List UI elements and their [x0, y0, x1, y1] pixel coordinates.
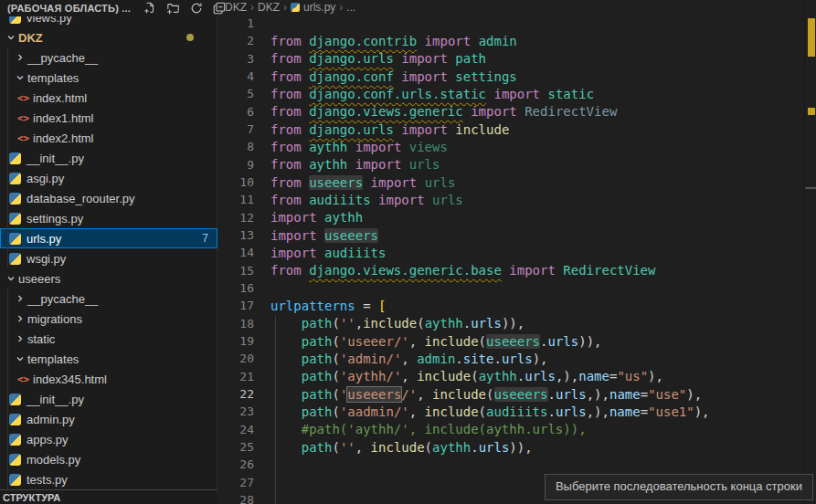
line-number: 8: [219, 140, 254, 153]
code-line[interactable]: 6from django.views.generic import Redire…: [219, 103, 816, 121]
code-line[interactable]: 22 path('useeers/', include(useeers.urls…: [219, 385, 816, 403]
tree-item-migrations[interactable]: migrations: [0, 309, 217, 329]
tree-item-__pycache__[interactable]: __pycache__: [0, 289, 217, 309]
tree-item-index1.html[interactable]: <>index1.html: [0, 108, 217, 128]
editor-pane[interactable]: DKZ›DKZ›urls.py›... 12from django.contri…: [219, 0, 816, 504]
html-file-icon: <>: [17, 112, 33, 124]
code-line[interactable]: 24 #path('aythh/', include(aythh.urls)),: [219, 421, 816, 438]
python-file-icon: [9, 474, 21, 486]
breadcrumb-item[interactable]: DKZ: [225, 1, 247, 14]
code-text: #path('aythh/', include(aythh.urls)),: [270, 422, 587, 436]
tree-item-useeers[interactable]: useeers: [0, 268, 217, 289]
line-number: 11: [219, 193, 254, 206]
line-number: 26: [219, 457, 254, 471]
chevron-down-icon[interactable]: [13, 70, 27, 85]
tree-item-settings.py[interactable]: settings.py: [0, 208, 217, 228]
tree-item-models.py[interactable]: models.py: [0, 449, 217, 469]
code-line[interactable]: 23 path('aadmin/', include(audiiits.urls…: [219, 403, 816, 420]
code-text: path('admin/', admin.site.urls),: [270, 352, 548, 366]
chevron-down-icon[interactable]: [13, 352, 27, 366]
tree-item-index.html[interactable]: <>index.html: [0, 88, 217, 108]
breadcrumb-separator-icon: ›: [250, 1, 254, 14]
tree-item-static[interactable]: static: [0, 329, 217, 349]
new-file-icon[interactable]: [143, 2, 156, 15]
code-text: from django.conf import settings: [270, 69, 517, 84]
code-area[interactable]: 12from django.contrib import admin3from …: [219, 15, 816, 504]
code-line[interactable]: 1: [219, 15, 816, 32]
code-line[interactable]: 7from django.urls import include: [219, 121, 816, 138]
tree-item-templates[interactable]: templates: [0, 349, 217, 369]
tree-item-index345.html[interactable]: <>index345.html: [0, 369, 217, 389]
tree-item-DKZ[interactable]: DKZ: [0, 27, 217, 47]
tree-item-templates[interactable]: templates: [0, 68, 217, 88]
collapse-all-icon[interactable]: [213, 2, 226, 15]
code-line[interactable]: 16: [219, 279, 816, 297]
code-line[interactable]: 26: [219, 456, 816, 473]
statusbar-tooltip: Выберите последовательность конца строки: [545, 474, 813, 500]
chevron-right-icon[interactable]: [13, 50, 27, 65]
chevron-right-icon[interactable]: [13, 331, 27, 346]
chevron-right-icon[interactable]: [13, 291, 27, 306]
tree-item-__init__.py[interactable]: __init__.py: [0, 389, 217, 409]
code-line[interactable]: 25 path('', include(aythh.urls)),: [219, 438, 816, 456]
code-line[interactable]: 3from django.urls import path: [219, 50, 816, 68]
code-line[interactable]: 19 path('useeer/', include(useeers.urls)…: [219, 332, 816, 350]
tree-item-database_roouter.py[interactable]: database_roouter.py: [0, 188, 217, 208]
code-text: from audiiits import urls: [270, 193, 463, 207]
tree-item-label: __pycache__: [27, 292, 98, 306]
refresh-icon[interactable]: [190, 2, 203, 15]
code-line[interactable]: 20 path('admin/', admin.site.urls),: [219, 350, 816, 367]
breadcrumb-item[interactable]: urls.py: [303, 1, 335, 14]
tree-item-__init__.py[interactable]: __init__.py: [0, 148, 217, 168]
tree-item-wsgi.py[interactable]: wsgi.py: [0, 248, 217, 268]
code-line[interactable]: 10from useeers import urls: [219, 173, 816, 191]
code-line[interactable]: 4from django.conf import settings: [219, 68, 816, 85]
python-file-icon: [9, 233, 21, 245]
code-line[interactable]: 12import aythh: [219, 209, 816, 226]
tree-item-label: tests.py: [26, 473, 68, 487]
tree-item-index2.html[interactable]: <>index2.html: [0, 128, 217, 148]
code-line[interactable]: 15from django.views.generic.base import …: [219, 262, 816, 279]
breadcrumb-separator-icon: ›: [283, 1, 287, 14]
tree-item-urls.py[interactable]: urls.py7: [0, 228, 217, 248]
line-number: 17: [219, 299, 254, 312]
breadcrumb-item[interactable]: ...: [346, 1, 355, 14]
code-line[interactable]: 9from aythh import urls: [219, 156, 816, 173]
code-line[interactable]: 11from audiiits import urls: [219, 191, 816, 208]
overview-ruler[interactable]: [804, 0, 816, 504]
code-indent-guide: [275, 316, 276, 504]
tree-item-label: templates: [27, 71, 79, 85]
tree-item-label: settings.py: [26, 212, 83, 226]
line-number: 15: [219, 264, 254, 278]
chevron-down-icon[interactable]: [4, 271, 18, 286]
code-line[interactable]: 21 path('aythh/', include(aythh.urls,),n…: [219, 368, 816, 385]
code-line[interactable]: 13import useeers: [219, 226, 816, 244]
line-number: 18: [219, 317, 254, 331]
code-line[interactable]: 8from aythh import views: [219, 138, 816, 155]
tree-item-label: index.html: [33, 91, 87, 105]
code-line[interactable]: 14import audiiits: [219, 244, 816, 261]
code-text: from django.conf.urls.static import stat…: [270, 87, 594, 101]
code-line[interactable]: 18 path('',include(aythh.urls)),: [219, 315, 816, 332]
tree-item-__pycache__[interactable]: __pycache__: [0, 47, 217, 68]
tree-item-asgi.py[interactable]: asgi.py: [0, 168, 217, 188]
tree-item-label: migrations: [27, 312, 82, 326]
tree-item-label: static: [27, 332, 55, 346]
code-line[interactable]: 5from django.conf.urls.static import sta…: [219, 85, 816, 102]
tree-item-admin.py[interactable]: admin.py: [0, 409, 217, 429]
tree-item-apps.py[interactable]: apps.py: [0, 429, 217, 449]
python-file-icon: [9, 152, 21, 164]
breadcrumb-item[interactable]: DKZ: [258, 1, 280, 14]
chevron-right-icon[interactable]: [13, 311, 27, 326]
code-line[interactable]: 17urlpatterns = [: [219, 297, 816, 314]
line-number: 19: [219, 334, 254, 348]
workspace-title: (РАБОЧАЯ ОБЛАСТЬ) ...: [0, 3, 131, 14]
new-folder-icon[interactable]: [166, 2, 180, 15]
chevron-down-icon[interactable]: [4, 30, 18, 45]
code-line[interactable]: 2from django.contrib import admin: [219, 32, 816, 49]
line-number: 23: [219, 404, 254, 418]
tree-item-tests.py[interactable]: tests.py: [0, 469, 217, 489]
code-text: path('useeer/', include(useeers.urls)),: [270, 334, 602, 349]
code-text: path('',include(aythh.urls)),: [270, 316, 525, 331]
outline-section-header[interactable]: СТРУКТУРА: [0, 489, 217, 504]
